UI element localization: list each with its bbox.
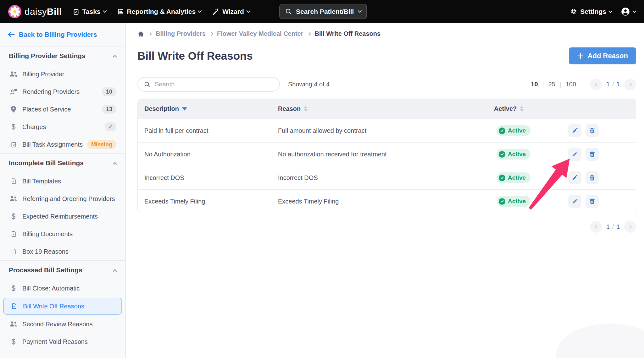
sidebar-item-payment-void-reasons[interactable]: $ Payment Void Reasons — [0, 333, 125, 350]
sidebar-item-label: Bill Task Assignments — [22, 141, 83, 148]
sidebar-item-bill-close-automatic[interactable]: $ Bill Close: Automatic — [0, 279, 125, 297]
brand-logo[interactable]: daisyBill — [8, 5, 62, 18]
check-circle-icon — [499, 127, 505, 134]
page-indicator: 1 / 1 — [606, 223, 620, 231]
divider: | — [560, 81, 561, 88]
check-circle-icon — [499, 175, 505, 181]
top-navbar: daisyBill Tasks — [0, 0, 644, 23]
pencil-icon — [571, 127, 578, 134]
sidebar-item-label: Rendering Providers — [22, 88, 80, 95]
cell-description: Exceeds Timely Filing — [138, 198, 278, 205]
nav-settings-label: Settings — [580, 8, 606, 15]
breadcrumb-separator-icon — [209, 32, 213, 35]
cell-reason: Full amount allowed by contract — [278, 127, 494, 134]
column-header-active[interactable]: Active? — [494, 105, 551, 112]
nav-account[interactable] — [621, 7, 636, 16]
section-title: Incomplete Bill Settings — [9, 159, 84, 167]
people-icon — [9, 195, 18, 202]
chevron-down-icon — [103, 9, 107, 13]
section-header-billing-provider-settings[interactable]: Billing Provider Settings — [0, 46, 125, 65]
search-input[interactable] — [154, 80, 274, 88]
per-page-option-100[interactable]: 100 — [566, 81, 576, 88]
pencil-icon — [571, 174, 578, 181]
nav-wizard[interactable]: Wizard — [212, 8, 250, 15]
delete-button[interactable] — [586, 124, 599, 137]
edit-button[interactable] — [568, 148, 581, 161]
chevron-down-icon — [198, 9, 202, 13]
nav-settings[interactable]: Settings — [570, 8, 612, 15]
sort-icon — [304, 106, 308, 111]
sidebar-item-label: Box 19 Reasons — [22, 248, 69, 255]
edit-button[interactable] — [568, 171, 581, 184]
sidebar-item-expected-reimbursements[interactable]: $ Expected Reimbursements — [0, 208, 125, 225]
sidebar-item-label: Billing Provider — [22, 71, 64, 78]
sidebar-item-box-19-reasons[interactable]: Box 19 Reasons — [0, 243, 125, 260]
count-badge: 10 — [102, 87, 116, 96]
prev-page-button[interactable] — [590, 221, 602, 233]
status-badge: Active — [497, 196, 530, 207]
add-reason-button[interactable]: Add Reason — [569, 47, 636, 64]
per-page-option-25[interactable]: 25 — [548, 81, 555, 88]
person-chat-icon — [9, 88, 18, 95]
section-header-processed-bill-settings[interactable]: Processed Bill Settings — [0, 261, 125, 279]
breadcrumb-separator-icon — [307, 32, 311, 35]
missing-badge: Missing — [87, 140, 116, 149]
table-row: Exceeds Timely Filing Exceeds Timely Fil… — [138, 189, 636, 213]
sidebar: Back to Billing Providers Billing Provid… — [0, 23, 126, 358]
prev-page-button[interactable] — [590, 79, 602, 90]
sidebar-item-bill-templates[interactable]: Bill Templates — [0, 172, 125, 190]
chevron-up-icon — [113, 269, 117, 273]
sidebar-item-second-review-reasons[interactable]: Second Review Reasons — [0, 315, 125, 333]
chevron-left-icon — [595, 225, 598, 228]
section-header-incomplete-bill-settings[interactable]: Incomplete Bill Settings — [0, 154, 125, 172]
edit-button[interactable] — [568, 195, 581, 208]
chevron-right-icon — [628, 83, 631, 86]
brand-name: daisyBill — [25, 6, 62, 17]
cell-reason: No authorization received for treatment — [278, 151, 494, 158]
patient-bill-search-button[interactable]: Search Patient/Bill — [279, 4, 367, 19]
user-avatar-icon — [621, 7, 630, 16]
sidebar-item-label: Bill Write Off Reasons — [23, 303, 84, 310]
sidebar-item-bill-task-assignments[interactable]: Bill Task Assignments Missing — [0, 136, 125, 153]
sidebar-item-billing-documents[interactable]: Billing Documents — [0, 225, 125, 243]
back-to-billing-providers-link[interactable]: Back to Billing Providers — [0, 23, 125, 46]
sidebar-item-referring-ordering-providers[interactable]: Referring and Ordering Providers — [0, 190, 125, 208]
sidebar-item-rendering-providers[interactable]: Rendering Providers 10 — [0, 83, 125, 100]
nav-reporting-analytics[interactable]: Reporting & Analytics — [117, 8, 202, 15]
next-page-button[interactable] — [624, 221, 636, 233]
per-page-option-10[interactable]: 10 — [531, 81, 538, 88]
delete-button[interactable] — [586, 195, 599, 208]
sidebar-item-label: Charges — [22, 123, 46, 131]
delete-button[interactable] — [586, 148, 599, 161]
breadcrumb-separator-icon — [148, 32, 152, 35]
breadcrumb-flower-valley-medical-center[interactable]: Flower Valley Medical Center — [217, 30, 303, 37]
home-icon[interactable] — [137, 30, 144, 37]
people-plus-icon — [9, 71, 18, 78]
app-root: daisyBill Tasks — [0, 0, 644, 358]
next-page-button[interactable] — [624, 79, 636, 90]
check-circle-icon — [499, 151, 505, 158]
nav-reporting-label: Reporting & Analytics — [127, 8, 196, 15]
dollar-icon: $ — [9, 123, 18, 131]
sidebar-item-label: Payment Void Reasons — [22, 338, 88, 345]
sidebar-item-billing-provider[interactable]: Billing Provider — [0, 65, 125, 83]
sidebar-item-bill-write-off-reasons[interactable]: Bill Write Off Reasons — [3, 298, 122, 315]
sidebar-item-places-of-service[interactable]: Places of Service 13 — [0, 100, 125, 118]
chevron-left-icon — [595, 83, 598, 86]
document-icon — [9, 230, 18, 238]
chevron-down-icon — [246, 9, 250, 13]
cell-actions — [551, 195, 636, 208]
breadcrumb-billing-providers[interactable]: Billing Providers — [156, 30, 206, 37]
sort-icon — [520, 106, 524, 111]
delete-button[interactable] — [586, 171, 599, 184]
cell-reason: Exceeds Timely Filing — [278, 198, 494, 205]
trash-icon — [589, 151, 596, 158]
sidebar-item-charges[interactable]: $ Charges ✓ — [0, 118, 125, 136]
nav-menu: Tasks Reporting & Analytics — [73, 8, 250, 15]
column-header-reason[interactable]: Reason — [278, 105, 494, 112]
column-header-description[interactable]: Description — [138, 105, 278, 112]
nav-tasks[interactable]: Tasks — [73, 8, 106, 15]
cell-active: Active — [494, 125, 551, 136]
edit-button[interactable] — [568, 124, 581, 137]
cell-description: Incorrect DOS — [138, 174, 278, 182]
